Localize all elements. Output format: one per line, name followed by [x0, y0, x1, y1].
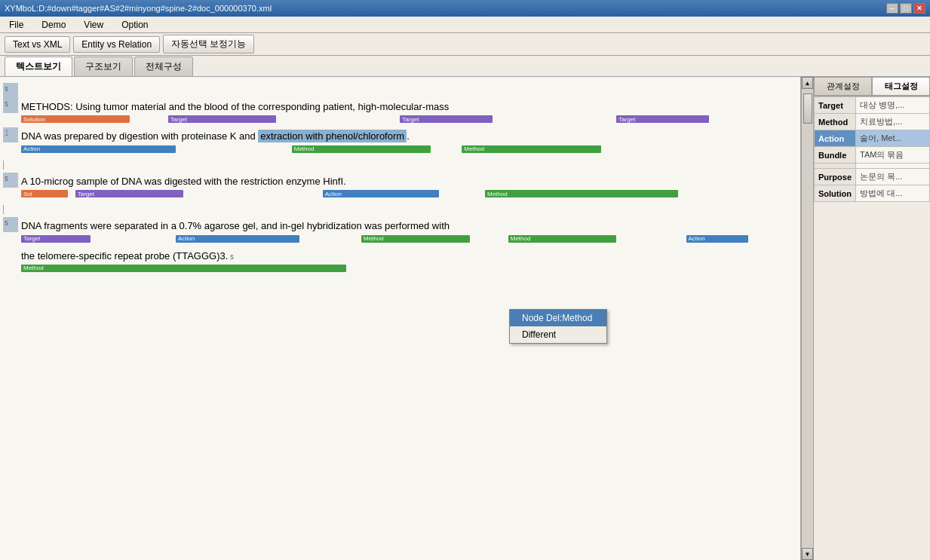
content-scroll[interactable]: s s METHODS: Using tumor material and th… — [0, 77, 800, 560]
ann-action-4a: Action — [176, 235, 299, 243]
tag-key-bundle: Bundle — [815, 147, 856, 164]
scroll-thumb[interactable] — [803, 93, 812, 124]
tag-key-action: Action — [815, 130, 856, 147]
scroll-up-button[interactable]: ▲ — [802, 77, 813, 89]
tag-val-bundle: TAM의 묶음 — [856, 147, 930, 164]
ann-target-4: Target — [21, 235, 91, 243]
vertical-scrollbar: ▲ ▼ — [801, 77, 813, 560]
tag-val-solution: 방법에 대... — [856, 185, 930, 202]
sentence-block-3: s A 10-microg sample of DNA was digested… — [21, 173, 794, 199]
tag-row-empty — [815, 164, 930, 169]
content-with-scroll: s s METHODS: Using tumor material and th… — [0, 77, 813, 560]
scroll-track[interactable] — [803, 89, 813, 548]
tag-key-purpose: Purpose — [815, 169, 856, 185]
ann-target-1c: Target — [616, 115, 709, 123]
side-label-3: s — [5, 174, 8, 182]
auto-select-button[interactable]: 자동선택 보정기능 — [163, 35, 254, 54]
ann-method-2a: Method — [292, 145, 431, 153]
ann-method-3: Method — [485, 190, 678, 197]
scroll-down-button[interactable]: ▼ — [802, 548, 813, 560]
side-label-2: 1 — [5, 129, 9, 137]
tab-full-view[interactable]: 전체구성 — [134, 57, 193, 76]
menu-view[interactable]: View — [78, 18, 109, 32]
vsep-2 — [3, 161, 4, 170]
tag-row-method: Method 치료방법,... — [815, 114, 930, 130]
tag-row-target: Target 대상 병명,... — [815, 97, 930, 114]
sentence-text-1: METHODS: Using tumor material and the bl… — [21, 98, 794, 115]
content-area: s s METHODS: Using tumor material and th… — [0, 77, 801, 560]
spacer-2 — [21, 158, 794, 170]
entity-vs-relation-button[interactable]: Entity vs Relation — [73, 36, 160, 53]
ann-target-1a: Target — [168, 115, 277, 123]
ann-method-4a: Method — [361, 235, 470, 243]
menu-demo[interactable]: Demo — [35, 18, 72, 32]
tag-val-action: 술어, Met... — [856, 130, 930, 147]
tag-settings-table: Target 대상 병명,... Method 치료방법,... Action … — [814, 96, 930, 202]
ann-action-3: Action — [323, 190, 439, 197]
side-label-1: s — [5, 99, 8, 108]
panel-tab-relation[interactable]: 관계설정 — [814, 77, 872, 96]
right-panel-tabs: 관계설정 태그설정 — [814, 77, 930, 96]
tab-bar: 텍스트보기 구조보기 전체구성 — [0, 56, 930, 77]
tag-key-target: Target — [815, 97, 856, 114]
text-vs-xml-button[interactable]: Text vs XML — [5, 36, 70, 53]
annotation-row-5: Method — [21, 265, 794, 274]
window-controls: ─ □ ✕ — [886, 3, 925, 14]
tag-val-target: 대상 병명,... — [856, 97, 930, 114]
right-panel: 관계설정 태그설정 Target 대상 병명,... Method 치료방법,.… — [813, 77, 930, 560]
tag-row-bundle: Bundle TAM의 묶음 — [815, 147, 930, 164]
context-menu: Node Del:Method Different — [509, 309, 607, 344]
ann-action-2: Action — [21, 145, 176, 153]
sentence-text-5: the telomere-specific repeat probe (TTAG… — [21, 247, 794, 265]
minimize-button[interactable]: ─ — [886, 3, 898, 14]
annotation-row-3: Sol Target Action Method — [21, 190, 794, 199]
ann-action-4b: Action — [686, 235, 748, 243]
tag-row-purpose: Purpose 논문의 목... — [815, 169, 930, 185]
menu-file[interactable]: File — [3, 18, 29, 32]
vsep-3 — [3, 205, 4, 214]
tag-row-action[interactable]: Action 술어, Met... — [815, 130, 930, 147]
main-layout: s s METHODS: Using tumor material and th… — [0, 77, 930, 560]
tab-text-view[interactable]: 텍스트보기 — [5, 57, 72, 76]
sentence-block-1: s METHODS: Using tumor material and the … — [21, 98, 794, 124]
tag-val-purpose: 논문의 목... — [856, 169, 930, 185]
ann-method-2b: Method — [462, 145, 601, 153]
ann-method-5: Method — [21, 265, 346, 272]
sentence-block-2: 1 DNA was prepared by digestion with pro… — [21, 127, 794, 154]
sentence-text-3: A 10-microg sample of DNA was digested w… — [21, 173, 794, 190]
panel-tab-tag[interactable]: 태그설정 — [872, 77, 930, 96]
ann-sol-3: Sol — [21, 190, 68, 197]
toolbar: Text vs XML Entity vs Relation 자동선택 보정기능 — [0, 33, 930, 56]
annotation-row-1: Solution Target Target Target — [21, 115, 794, 124]
menu-bar: File Demo View Option — [0, 17, 930, 33]
close-button[interactable]: ✕ — [913, 3, 925, 14]
sentence-text-2: DNA was prepared by digestion with prote… — [21, 127, 794, 145]
ann-target-3: Target — [75, 190, 184, 197]
tag-key-empty — [815, 164, 856, 169]
tag-row-solution: Solution 방법에 대... — [815, 185, 930, 202]
sentence-block-4: s DNA fragments were separated in a 0.7%… — [21, 217, 794, 243]
tag-key-method: Method — [815, 114, 856, 130]
menu-option[interactable]: Option — [115, 18, 154, 32]
side-label-4: s — [5, 219, 8, 227]
maximize-button[interactable]: □ — [900, 3, 912, 14]
context-menu-item-0[interactable]: Node Del:Method — [510, 310, 606, 326]
tag-val-empty — [856, 164, 930, 169]
spacer-3 — [21, 202, 794, 214]
annotation-row-4: Target Action Method Method Action — [21, 235, 794, 244]
annotation-row-2: Action Method Method — [21, 145, 794, 155]
tab-structure-view[interactable]: 구조보기 — [74, 57, 133, 76]
tag-val-method: 치료방법,... — [856, 114, 930, 130]
tag-key-solution: Solution — [815, 185, 856, 202]
title-bar: XYMboL:D:#down#tagger#AS#2#minyong#spine… — [0, 0, 930, 17]
ann-method-4b: Method — [508, 235, 617, 243]
sentence-text-4: DNA fragments were separated in a 0.7% a… — [21, 217, 794, 234]
side-label-0: s — [5, 84, 8, 93]
ann-target-1b: Target — [400, 115, 493, 123]
ann-solution-1: Solution — [21, 115, 130, 123]
title-text: XYMboL:D:#down#tagger#AS#2#minyong#spine… — [5, 4, 886, 13]
top-spacer: s — [21, 80, 794, 95]
context-menu-item-1[interactable]: Different — [510, 326, 606, 343]
sentence-block-5: the telomere-specific repeat probe (TTAG… — [21, 247, 794, 274]
